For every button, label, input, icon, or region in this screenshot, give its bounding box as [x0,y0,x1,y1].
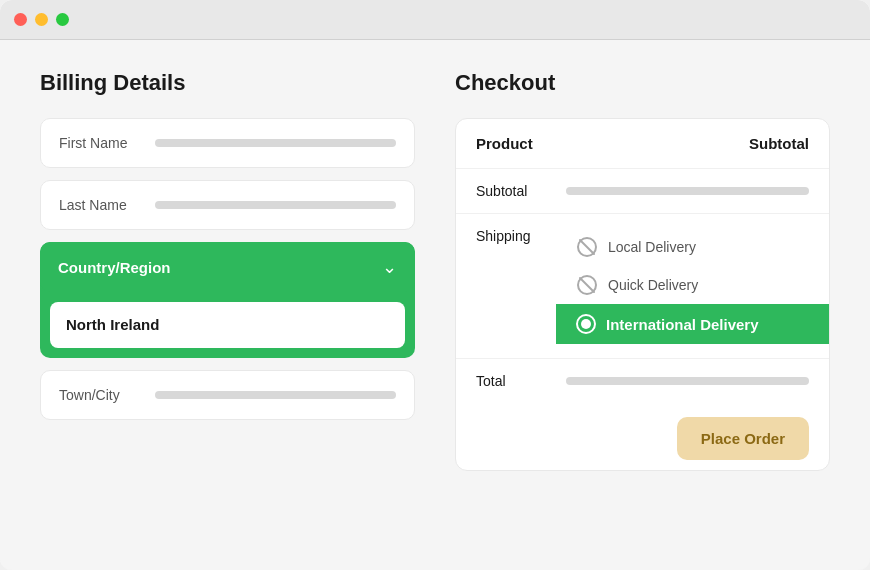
first-name-placeholder [155,139,396,147]
last-name-placeholder [155,201,396,209]
svg-line-1 [580,240,594,254]
country-section: Country/Region ⌄ North Ireland [40,242,415,358]
titlebar [0,0,870,40]
quick-delivery-icon [576,274,598,296]
quick-delivery-label: Quick Delivery [608,277,698,293]
first-name-label: First Name [59,135,139,151]
total-value [566,377,809,385]
checkout-card: Product Subtotal Subtotal Shipping [455,118,830,471]
app-window: Billing Details First Name Last Name Cou… [0,0,870,570]
total-row: Total [456,359,829,403]
country-dropdown[interactable]: Country/Region ⌄ [40,242,415,292]
maximize-button[interactable] [56,13,69,26]
shipping-label: Shipping [476,228,566,244]
checkout-header: Product Subtotal [456,119,829,169]
place-order-button[interactable]: Place Order [677,417,809,460]
main-content: Billing Details First Name Last Name Cou… [0,40,870,570]
billing-title: Billing Details [40,70,415,96]
subtotal-row: Subtotal [456,169,829,214]
shipping-option-international[interactable]: International Delivery [556,304,829,344]
shipping-option-local[interactable]: Local Delivery [576,228,809,266]
total-label: Total [476,373,566,389]
checkout-bottom: Place Order [456,403,829,470]
international-delivery-label: International Delivery [606,316,759,333]
checkout-section: Checkout Product Subtotal Subtotal Shipp… [455,70,830,540]
svg-line-3 [580,278,594,292]
checkout-title: Checkout [455,70,830,96]
subtotal-label: Subtotal [476,183,566,199]
international-delivery-radio [576,314,596,334]
country-value: North Ireland [66,316,159,333]
shipping-row: Shipping Local Delivery [456,214,829,359]
shipping-option-quick[interactable]: Quick Delivery [576,266,809,304]
town-city-label: Town/City [59,387,139,403]
billing-section: Billing Details First Name Last Name Cou… [40,70,415,540]
last-name-label: Last Name [59,197,139,213]
chevron-down-icon: ⌄ [382,256,397,278]
close-button[interactable] [14,13,27,26]
town-city-field: Town/City [40,370,415,420]
shipping-options: Local Delivery Quick Delivery [576,228,809,344]
country-dropdown-label: Country/Region [58,259,171,276]
subtotal-column-header: Subtotal [749,135,809,152]
product-column-header: Product [476,135,533,152]
subtotal-value [566,187,809,195]
last-name-field: Last Name [40,180,415,230]
country-value-box: North Ireland [50,302,405,348]
minimize-button[interactable] [35,13,48,26]
local-delivery-icon [576,236,598,258]
town-city-placeholder [155,391,396,399]
first-name-field: First Name [40,118,415,168]
local-delivery-label: Local Delivery [608,239,696,255]
